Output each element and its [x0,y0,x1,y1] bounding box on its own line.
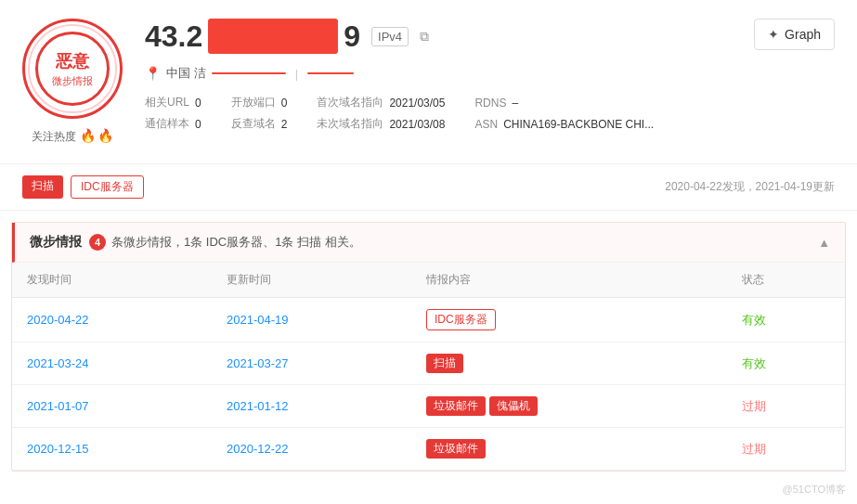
main-container: 恶意 微步情报 关注热度 🔥 🔥 43.29 IPv4 [0,0,857,504]
content-tag[interactable]: 傀儡机 [489,396,538,416]
section-header-left: 微步情报 4 条微步情报，1条 IDC服务器、1条 扫描 相关。 [30,234,361,251]
col-discover-date: 发现时间 [12,263,212,298]
related-url-label: 相关URL [145,95,189,110]
content-cell: 垃圾邮件 [411,428,727,471]
discover-date-link[interactable]: 2020-12-15 [27,442,89,456]
comm-sample-value: 0 [195,118,201,131]
info-section: 43.29 IPv4 ⧉ 📍 中国 洁 | 相关URL 0 [145,19,732,132]
stat-comm-sample: 通信样本 0 [145,116,201,132]
ip-address: 43.29 [145,19,360,54]
intel-table: 发现时间 更新时间 情报内容 状态 2020-04-222021-04-19ID… [12,263,845,471]
comm-sample-label: 通信样本 [145,116,189,132]
last-domain-value: 2021/03/08 [389,118,445,131]
top-section: 恶意 微步情报 关注热度 🔥 🔥 43.29 IPv4 [0,0,857,164]
section-header: 微步情报 4 条微步情报，1条 IDC服务器、1条 扫描 相关。 ▲ [12,223,845,263]
stat-asn: ASN CHINA169-BACKBONE CHI... [474,116,654,132]
content-tag[interactable]: 垃圾邮件 [426,396,486,416]
ip-row: 43.29 IPv4 ⧉ [145,19,732,54]
ip-prefix: 43.2 [145,19,202,54]
update-date-link[interactable]: 2021-03-27 [227,356,289,370]
table-head: 发现时间 更新时间 情报内容 状态 [12,263,845,298]
rdns-value: – [512,97,518,110]
stat-reverse-domain: 反查域名 2 [231,116,288,132]
location-divider: | [295,67,298,81]
section-badge: 4 [89,234,106,251]
location-redacted [212,72,286,74]
col-status: 状态 [727,263,845,298]
stats-section: 相关URL 0 开放端口 0 首次域名指向 2021/03/05 RDNS – [145,95,732,132]
ip-redacted [208,19,338,54]
open-port-value: 0 [281,97,288,110]
stat-rdns: RDNS – [474,95,518,110]
stats-row-2: 通信样本 0 反查域名 2 未次域名指向 2021/03/08 ASN CHIN… [145,116,732,132]
discover-date-link[interactable]: 2021-01-07 [27,399,89,413]
update-date-cell: 2021-04-19 [212,298,411,342]
status-value: 有效 [727,342,845,385]
stat-last-domain: 未次域名指向 2021/03/08 [317,116,445,132]
ip-suffix: 9 [344,19,360,54]
update-date-link[interactable]: 2020-12-22 [227,442,289,456]
reverse-domain-label: 反查域名 [231,116,276,132]
location-suffix-redacted [307,72,354,74]
table-row: 2021-01-072021-01-12垃圾邮件傀儡机过期 [12,385,845,428]
stat-related-url: 相关URL 0 [145,95,201,110]
location-row: 📍 中国 洁 | [145,65,732,82]
stats-row-1: 相关URL 0 开放端口 0 首次域名指向 2021/03/05 RDNS – [145,95,732,110]
table-row: 2020-12-152020-12-22垃圾邮件过期 [12,428,845,471]
copy-icon[interactable]: ⧉ [420,29,429,45]
threat-badge-wrapper: 恶意 微步情报 关注热度 🔥 🔥 [22,19,123,145]
reverse-domain-value: 2 [281,118,288,131]
stat-first-domain: 首次域名指向 2021/03/05 [317,95,445,110]
table-row: 2021-03-242021-03-27扫描有效 [12,342,845,385]
update-date-cell: 2021-03-27 [212,342,411,385]
badge-subtitle: 微步情报 [52,74,93,88]
status-value: 有效 [727,298,845,342]
tags-date: 2020-04-22发现，2021-04-19更新 [665,179,835,195]
col-content: 情报内容 [411,263,727,298]
content-cell: 垃圾邮件傀儡机 [411,385,727,428]
collapse-icon[interactable]: ▲ [818,236,830,250]
tags-left: 扫描 IDC服务器 [22,175,144,199]
graph-button[interactable]: ✦ Graph [754,19,835,50]
content-cell: 扫描 [411,342,727,385]
badge-title: 恶意 [56,50,89,72]
graph-button-label: Graph [785,27,821,42]
right-section: ✦ Graph [754,19,835,50]
last-domain-label: 未次域名指向 [317,116,383,132]
update-date-link[interactable]: 2021-01-12 [227,399,289,413]
badge-footer: 关注热度 🔥 🔥 [22,126,123,145]
content-tag[interactable]: IDC服务器 [426,309,496,330]
table-header-row: 发现时间 更新时间 情报内容 状态 [12,263,845,298]
first-domain-label: 首次域名指向 [317,95,383,110]
discover-date-link[interactable]: 2020-04-22 [27,313,89,327]
section-desc: 条微步情报，1条 IDC服务器、1条 扫描 相关。 [111,234,361,251]
first-domain-value: 2021/03/05 [389,97,445,110]
asn-label: ASN [474,118,498,131]
content-tag[interactable]: 扫描 [426,354,463,373]
update-date-link[interactable]: 2021-04-19 [227,313,289,327]
section-title: 微步情报 [30,234,82,251]
content-cell: IDC服务器 [411,298,727,342]
content-tag[interactable]: 垃圾邮件 [426,439,486,459]
update-date-cell: 2020-12-22 [212,428,411,471]
discover-date-cell: 2021-03-24 [12,342,212,385]
circle-outer-ring: 恶意 微步情报 [22,19,123,119]
tag-idc[interactable]: IDC服务器 [71,175,144,199]
discover-date-link[interactable]: 2021-03-24 [27,356,89,370]
col-update-date: 更新时间 [212,263,411,298]
discover-date-cell: 2020-12-15 [12,428,212,471]
tags-section: 扫描 IDC服务器 2020-04-22发现，2021-04-19更新 [0,164,857,211]
ip-version-badge: IPv4 [371,27,409,46]
circle-content: 恶意 微步情报 [35,32,110,106]
rdns-label: RDNS [474,97,506,110]
graph-icon: ✦ [768,27,779,42]
table-row: 2020-04-222021-04-19IDC服务器有效 [12,298,845,342]
discover-date-cell: 2021-01-07 [12,385,212,428]
table-container: 发现时间 更新时间 情报内容 状态 2020-04-222021-04-19ID… [12,263,845,471]
asn-value: CHINA169-BACKBONE CHI... [503,118,654,131]
stat-open-port: 开放端口 0 [231,95,288,110]
tag-scan[interactable]: 扫描 [22,175,63,199]
flame-2: 🔥 [97,128,113,143]
status-value: 过期 [727,428,845,471]
flame-icons: 🔥 🔥 [80,128,113,143]
